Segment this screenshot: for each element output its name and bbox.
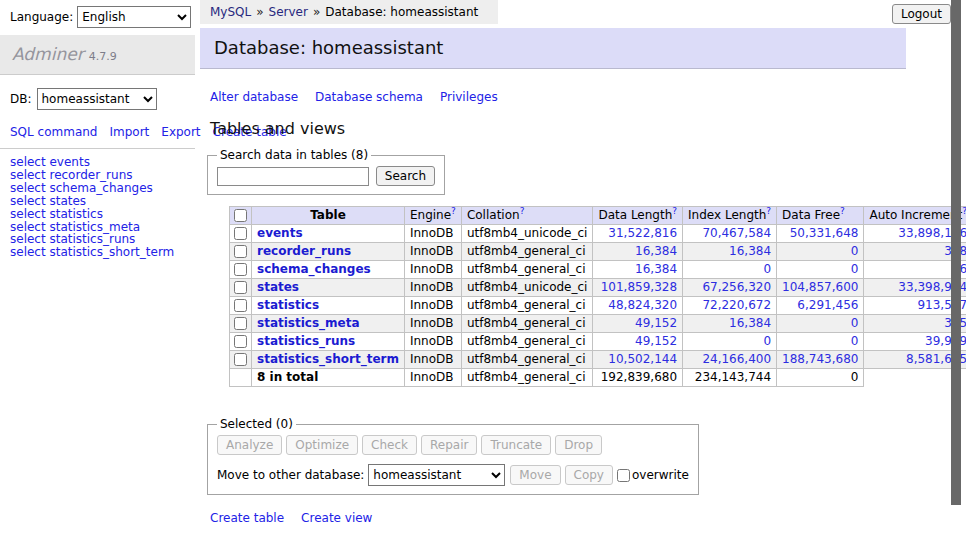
collation-cell: utf8mb4_general_ci xyxy=(461,351,593,369)
sidebar-table-link[interactable]: select recorder_runs xyxy=(10,169,195,182)
sidebar-action-link[interactable]: SQL command xyxy=(10,125,97,139)
row-check-cell xyxy=(230,225,252,243)
table-name-link[interactable]: statistics_meta xyxy=(257,316,360,330)
column-help-link[interactable]: ? xyxy=(520,206,525,216)
column-help-link[interactable]: ? xyxy=(962,206,966,216)
data-free-link[interactable]: 0 xyxy=(851,316,859,330)
row-checkbox[interactable] xyxy=(234,263,247,276)
data-length-link[interactable]: 16,384 xyxy=(635,244,677,258)
table-name-link[interactable]: schema_changes xyxy=(257,262,371,276)
data-length-link[interactable]: 31,522,816 xyxy=(608,226,677,240)
row-checkbox[interactable] xyxy=(234,245,247,258)
data-length-cell: 10,502,144 xyxy=(593,351,683,369)
index-length-link[interactable]: 24,166,400 xyxy=(702,352,771,366)
sidebar-action-link[interactable]: Export xyxy=(161,125,200,139)
move-button: Move xyxy=(510,465,560,485)
data-length-link[interactable]: 101,859,328 xyxy=(601,280,677,294)
sidebar-table-link[interactable]: select events xyxy=(10,156,195,169)
db-nav-link[interactable]: Alter database xyxy=(210,90,298,104)
engine-cell: InnoDB xyxy=(404,225,461,243)
table-name-cell: events xyxy=(252,225,405,243)
db-nav-link[interactable]: Privileges xyxy=(440,90,498,104)
row-checkbox[interactable] xyxy=(234,299,247,312)
breadcrumb-mysql-link[interactable]: MySQL xyxy=(210,5,251,19)
data-length-link[interactable]: 49,152 xyxy=(635,316,677,330)
data-free-link[interactable]: 188,743,680 xyxy=(782,352,858,366)
search-button[interactable]: Search xyxy=(376,166,435,186)
tables-tbody: eventsInnoDButf8mb4_unicode_ci31,522,816… xyxy=(230,225,966,369)
column-help-link[interactable]: ? xyxy=(840,206,845,216)
column-header: Collation? xyxy=(461,207,593,225)
logout-button[interactable]: Logout xyxy=(892,4,951,24)
column-help-link[interactable]: ? xyxy=(451,206,456,216)
index-length-link[interactable]: 67,256,320 xyxy=(702,280,771,294)
scrollbar-thumb[interactable] xyxy=(951,0,961,505)
totals-collation: utf8mb4_general_ci xyxy=(461,369,593,387)
sidebar-table-link[interactable]: select states xyxy=(10,195,195,208)
data-free-link[interactable]: 0 xyxy=(851,244,859,258)
data-free-link[interactable]: 104,857,600 xyxy=(782,280,858,294)
select-all-checkbox[interactable] xyxy=(234,209,247,222)
data-free-link[interactable]: 0 xyxy=(851,334,859,348)
index-length-link[interactable]: 16,384 xyxy=(729,244,771,258)
engine-cell: InnoDB xyxy=(404,315,461,333)
column-help-link[interactable]: ? xyxy=(766,206,771,216)
column-header: Engine? xyxy=(404,207,461,225)
index-length-cell: 0 xyxy=(683,333,777,351)
table-name-link[interactable]: events xyxy=(257,226,303,240)
table-name-link[interactable]: statistics_short_term xyxy=(257,352,399,366)
page-title: Database: homeassistant xyxy=(200,28,906,69)
db-select[interactable]: homeassistant xyxy=(37,88,157,110)
row-checkbox[interactable] xyxy=(234,281,247,294)
index-length-link[interactable]: 72,220,672 xyxy=(702,298,771,312)
column-help-link[interactable]: ? xyxy=(672,206,677,216)
data-free-cell: 0 xyxy=(777,315,864,333)
row-checkbox[interactable] xyxy=(234,227,247,240)
row-checkbox[interactable] xyxy=(234,353,247,366)
index-length-link[interactable]: 0 xyxy=(763,334,771,348)
index-length-link[interactable]: 0 xyxy=(763,262,771,276)
data-free-link[interactable]: 0 xyxy=(851,262,859,276)
data-length-link[interactable]: 10,502,144 xyxy=(608,352,677,366)
overwrite-label[interactable]: overwrite xyxy=(632,468,689,482)
create-link[interactable]: Create table xyxy=(210,511,284,525)
move-database-select[interactable]: homeassistant xyxy=(368,464,505,486)
sidebar-table-link[interactable]: select statistics xyxy=(10,208,195,221)
db-nav-link[interactable]: Database schema xyxy=(315,90,423,104)
table-name-link[interactable]: statistics xyxy=(257,298,319,312)
breadcrumb-separator: » xyxy=(313,5,320,19)
table-name-cell: statistics_short_term xyxy=(252,351,405,369)
sidebar-action-link[interactable]: Import xyxy=(109,125,149,139)
sidebar-divider xyxy=(0,148,195,149)
language-select[interactable]: English xyxy=(77,6,191,28)
table-name-link[interactable]: statistics_runs xyxy=(257,334,355,348)
row-checkbox[interactable] xyxy=(234,317,247,330)
sidebar-table-link[interactable]: select schema_changes xyxy=(10,182,195,195)
index-length-link[interactable]: 16,384 xyxy=(729,316,771,330)
table-row: statesInnoDButf8mb4_unicode_ci101,859,32… xyxy=(230,279,966,297)
engine-cell: InnoDB xyxy=(404,279,461,297)
column-header-label: Index Length xyxy=(688,208,766,222)
collation-cell: utf8mb4_unicode_ci xyxy=(461,279,593,297)
data-length-link[interactable]: 48,824,320 xyxy=(608,298,677,312)
totals-engine: InnoDB xyxy=(404,369,461,387)
app-version: 4.7.9 xyxy=(89,50,117,63)
index-length-link[interactable]: 70,467,584 xyxy=(702,226,771,240)
overwrite-checkbox[interactable] xyxy=(617,469,630,482)
sidebar-table-link[interactable]: select statistics_short_term xyxy=(10,246,195,259)
table-name-link[interactable]: states xyxy=(257,280,299,294)
create-link[interactable]: Create view xyxy=(301,511,372,525)
data-length-cell: 16,384 xyxy=(593,243,683,261)
data-free-link[interactable]: 6,291,456 xyxy=(797,298,858,312)
collation-cell: utf8mb4_general_ci xyxy=(461,297,593,315)
data-length-link[interactable]: 16,384 xyxy=(635,262,677,276)
row-checkbox[interactable] xyxy=(234,335,247,348)
table-row: recorder_runsInnoDButf8mb4_general_ci16,… xyxy=(230,243,966,261)
table-row: statistics_short_termInnoDButf8mb4_gener… xyxy=(230,351,966,369)
breadcrumb-server-link[interactable]: Server xyxy=(269,5,308,19)
table-row: statistics_runsInnoDButf8mb4_general_ci4… xyxy=(230,333,966,351)
search-input[interactable] xyxy=(217,167,369,186)
data-free-link[interactable]: 50,331,648 xyxy=(790,226,859,240)
table-name-link[interactable]: recorder_runs xyxy=(257,244,351,258)
data-length-link[interactable]: 49,152 xyxy=(635,334,677,348)
